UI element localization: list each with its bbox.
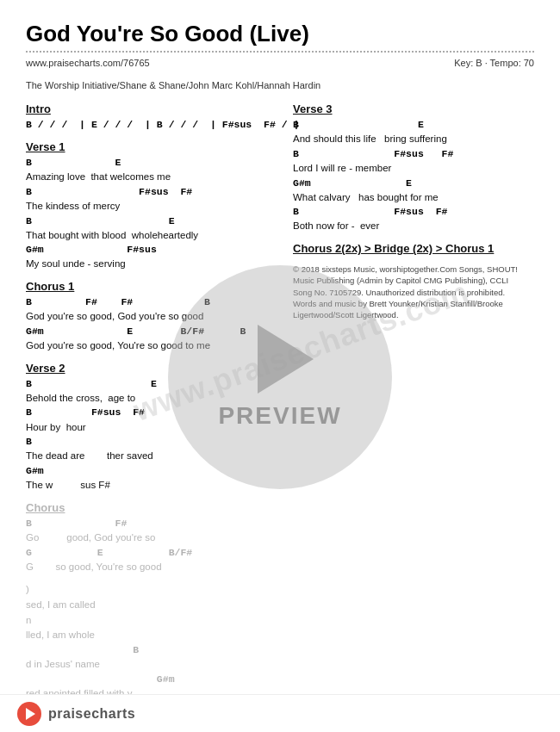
v3-chord-3: G#m E: [293, 177, 534, 190]
v3-chord-2: B F#sus F#: [293, 147, 534, 161]
ch1-chord-1: B F# F# B: [26, 295, 276, 309]
v2-chord-4: G#m: [26, 464, 276, 478]
ch2-chord-2: G E B/F#: [26, 546, 276, 560]
intro-label: Intro: [26, 102, 276, 115]
bottom-bar: praisecharts: [0, 694, 560, 732]
v3-lyric-4: Both now for - ever: [293, 219, 534, 233]
v1-lyric-2: The kindess of mercy: [26, 199, 276, 214]
v2-chord-3: B: [26, 435, 276, 449]
logo-play-icon: [26, 708, 35, 720]
ch2-lyric-1: Go good, God you're so: [26, 530, 276, 545]
v1-chord-1: B E: [26, 156, 276, 170]
verse1-section: Verse 1 B E Amazing love that welcomes m…: [26, 140, 276, 271]
v2-lyric-4: The w sus F#: [26, 478, 276, 493]
ch2-lyric-2: G so good, You're so good: [26, 560, 276, 574]
content-area: Intro B / / / | E / / / | B / / / | F#su…: [26, 102, 534, 732]
v1-lyric-1: Amazing love that welcomes me: [26, 170, 276, 184]
ch2-chord-1: B F#: [26, 517, 276, 530]
v1-lyric-3: That bought with blood wholeheartedly: [26, 228, 276, 243]
authors: The Worship Initiative/Shane & Shane/Joh…: [26, 80, 534, 90]
bridge-p3: n: [26, 613, 276, 628]
v3-lyric-1: And should this life bring suffering: [293, 132, 534, 146]
page-title: God You're So Good (Live): [26, 21, 534, 47]
v1-chord-3: B E: [26, 214, 276, 228]
key-tempo: Key: B · Tempo: 70: [454, 58, 534, 68]
v1-chord-2: B F#sus F#: [26, 185, 276, 199]
brand-name: praisecharts: [48, 706, 135, 722]
ch1-lyric-2: God you're so good, You're so good to me: [26, 338, 276, 353]
bridge-ch2: G#m: [26, 673, 276, 686]
bridge-p1: ): [26, 582, 276, 597]
meta-row: www.praisecharts.com/76765 Key: B · Temp…: [26, 58, 534, 68]
chorus2-section: Chorus B F# Go good, God you're so G E B…: [26, 501, 276, 574]
intro-section: Intro B / / / | E / / / | B / / / | F#su…: [26, 102, 276, 132]
ch1-chord-2: G#m E B/F# B: [26, 325, 276, 338]
chorus1-label: Chorus 1: [26, 280, 276, 293]
v3-chord-1: B E: [293, 118, 534, 132]
v1-lyric-4: My soul unde - serving: [26, 257, 276, 271]
verse3-section: Verse 3 B E And should this life bring s…: [293, 102, 534, 233]
page: God You're So Good (Live) www.praisechar…: [0, 0, 560, 732]
ch1-lyric-1: God you're so good, God you're so good: [26, 309, 276, 324]
bridge-p4: lled, I am whole: [26, 628, 276, 642]
v3-lyric-2: Lord I will re - member: [293, 161, 534, 176]
title-separator: [26, 51, 534, 53]
intro-chord-1: B / / / | E / / / | B / / / | F#sus F# /…: [26, 118, 276, 132]
v3-lyric-3: What calvary has bought for me: [293, 190, 534, 205]
v3-chord-4: B F#sus F#: [293, 205, 534, 219]
chorus2-label: Chorus: [26, 501, 276, 514]
verse3-label: Verse 3: [293, 102, 534, 115]
bridge-p2: sed, I am called: [26, 598, 276, 612]
chorus-structure-label: Chorus 2(2x) > Bridge (2x) > Chorus 1: [293, 242, 534, 255]
chorus1-section: Chorus 1 B F# F# B God you're so good, G…: [26, 280, 276, 353]
bridge-p5: d in Jesus' name: [26, 657, 276, 672]
logo-circle[interactable]: [17, 702, 41, 726]
bridge-ch1: B: [26, 643, 276, 657]
url: www.praisecharts.com/76765: [26, 58, 150, 68]
col-right: Verse 3 B E And should this life bring s…: [293, 102, 534, 732]
v1-chord-4: G#m F#sus: [26, 243, 276, 257]
verse1-label: Verse 1: [26, 140, 276, 153]
chorus-structure-section: Chorus 2(2x) > Bridge (2x) > Chorus 1: [293, 242, 534, 255]
v2-lyric-3: The dead are ther saved: [26, 449, 276, 463]
